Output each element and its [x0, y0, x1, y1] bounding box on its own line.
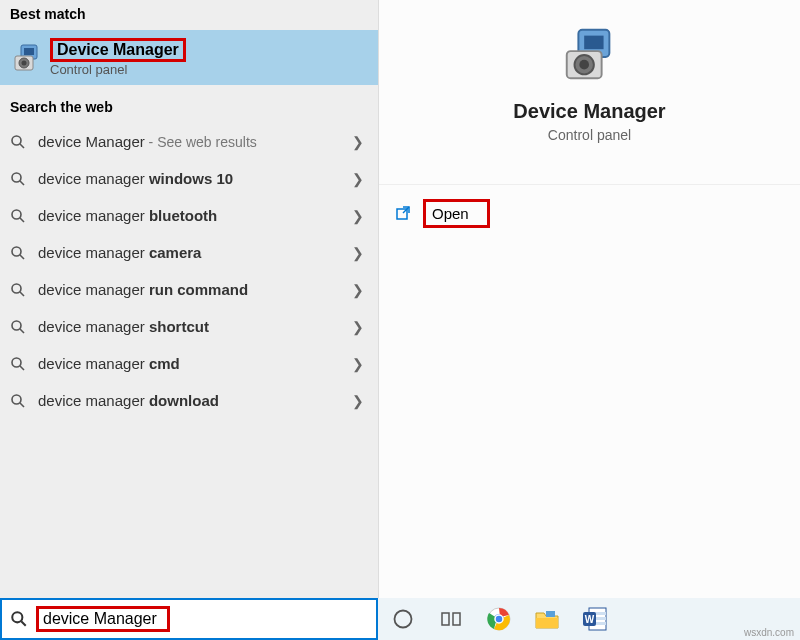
details-header: Device Manager Control panel [379, 0, 800, 185]
chevron-right-icon: ❯ [352, 208, 364, 224]
details-title: Device Manager [379, 100, 800, 123]
web-result-item[interactable]: device manager run command ❯ [0, 271, 378, 308]
chevron-right-icon: ❯ [352, 245, 364, 261]
svg-point-28 [12, 612, 22, 622]
highlight-box [36, 606, 170, 632]
best-match-header: Best match [0, 0, 378, 30]
svg-rect-31 [442, 613, 449, 625]
search-icon [10, 356, 28, 372]
svg-rect-37 [546, 611, 555, 617]
svg-rect-36 [536, 618, 558, 628]
svg-line-14 [20, 292, 24, 296]
chevron-right-icon: ❯ [352, 134, 364, 150]
open-icon [395, 205, 413, 223]
chevron-right-icon: ❯ [352, 171, 364, 187]
svg-point-11 [12, 247, 21, 256]
search-icon [10, 319, 28, 335]
svg-text:W: W [585, 614, 595, 625]
web-results-list: device Manager - See web results ❯ devic… [0, 123, 378, 419]
file-explorer-icon[interactable] [532, 604, 562, 634]
search-icon [10, 208, 28, 224]
svg-rect-1 [24, 48, 34, 55]
svg-point-25 [579, 60, 589, 70]
svg-point-19 [12, 395, 21, 404]
search-icon [10, 393, 28, 409]
svg-line-10 [20, 218, 24, 222]
open-action[interactable]: Open [379, 185, 800, 242]
web-result-item[interactable]: device manager download ❯ [0, 382, 378, 419]
svg-point-4 [22, 60, 27, 65]
search-icon [10, 245, 28, 261]
svg-line-20 [20, 403, 24, 407]
search-bar[interactable] [0, 598, 378, 640]
watermark: wsxdn.com [744, 627, 794, 638]
svg-point-15 [12, 321, 21, 330]
svg-line-16 [20, 329, 24, 333]
search-icon [10, 282, 28, 298]
best-match-text: Device Manager Control panel [50, 38, 186, 77]
svg-point-5 [12, 136, 21, 145]
svg-rect-22 [584, 36, 603, 50]
details-subtitle: Control panel [379, 127, 800, 143]
search-input[interactable] [43, 610, 163, 628]
best-match-item[interactable]: Device Manager Control panel [0, 30, 378, 85]
search-icon [10, 134, 28, 150]
chevron-right-icon: ❯ [352, 393, 364, 409]
svg-rect-32 [453, 613, 460, 625]
task-view-icon[interactable] [436, 604, 466, 634]
svg-line-6 [20, 144, 24, 148]
web-result-item[interactable]: device manager bluetooth ❯ [0, 197, 378, 234]
best-match-subtitle: Control panel [50, 62, 186, 77]
taskbar: W [378, 598, 800, 640]
search-icon [10, 610, 28, 628]
svg-point-17 [12, 358, 21, 367]
best-match-title: Device Manager [57, 41, 179, 58]
web-result-item[interactable]: device manager camera ❯ [0, 234, 378, 271]
search-web-header: Search the web [0, 85, 378, 123]
device-manager-large-icon [559, 24, 621, 86]
chevron-right-icon: ❯ [352, 319, 364, 335]
svg-line-18 [20, 366, 24, 370]
svg-point-7 [12, 173, 21, 182]
chevron-right-icon: ❯ [352, 282, 364, 298]
svg-line-12 [20, 255, 24, 259]
svg-line-29 [21, 621, 26, 626]
cortana-icon[interactable] [388, 604, 418, 634]
word-icon[interactable]: W [580, 604, 610, 634]
svg-point-9 [12, 210, 21, 219]
svg-point-13 [12, 284, 21, 293]
web-result-item[interactable]: device Manager - See web results ❯ [0, 123, 378, 160]
svg-line-8 [20, 181, 24, 185]
svg-line-27 [403, 207, 409, 213]
highlight-box: Device Manager [50, 38, 186, 62]
search-icon [10, 171, 28, 187]
svg-point-30 [395, 611, 412, 628]
web-result-item[interactable]: device manager shortcut ❯ [0, 308, 378, 345]
web-result-item[interactable]: device manager windows 10 ❯ [0, 160, 378, 197]
web-result-item[interactable]: device manager cmd ❯ [0, 345, 378, 382]
highlight-box: Open [423, 199, 490, 228]
search-results-panel: Best match Device Manager Control panel … [0, 0, 378, 598]
chevron-right-icon: ❯ [352, 356, 364, 372]
device-manager-icon [10, 41, 44, 75]
chrome-icon[interactable] [484, 604, 514, 634]
svg-point-35 [495, 615, 503, 623]
open-label: Open [432, 205, 469, 222]
details-panel: Device Manager Control panel Open [378, 0, 800, 598]
